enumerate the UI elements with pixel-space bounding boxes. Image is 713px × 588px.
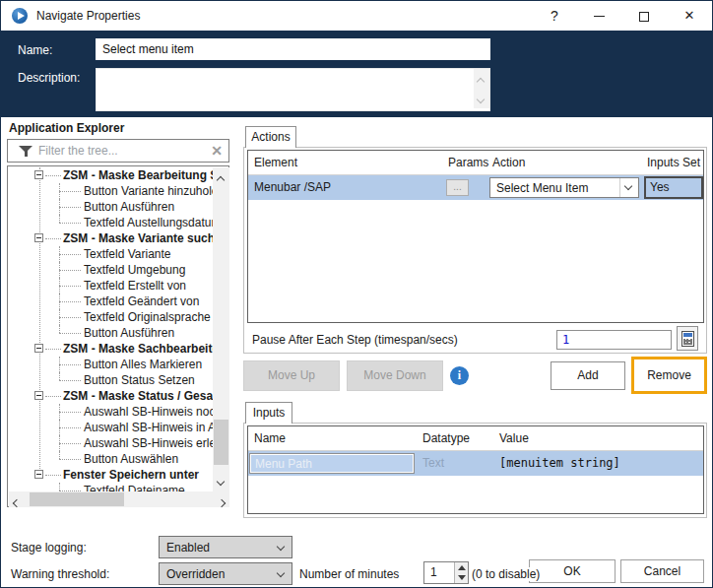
tree-item-label: Fenster Speichern unter	[63, 467, 199, 483]
inputs-set-cell[interactable]: Yes	[644, 176, 703, 199]
warning-threshold-value: Overridden	[166, 567, 225, 581]
add-button[interactable]: Add	[551, 361, 625, 390]
collapse-icon[interactable]	[34, 344, 43, 353]
input-name-cell[interactable]: Menu Path	[249, 453, 415, 474]
tree-item[interactable]: Textfeld Austellungsdatum	[9, 215, 213, 230]
tree-connector	[59, 483, 60, 490]
remove-button[interactable]: Remove	[634, 359, 704, 391]
application-explorer-title: Application Explorer	[9, 121, 124, 135]
tree-item[interactable]: Textfeld Variante	[9, 246, 213, 262]
params-button[interactable]: ...	[446, 179, 469, 196]
tree-group[interactable]: Fenster Speichern unter	[9, 467, 213, 483]
tree-item-label: Auswahl SB-Hinweis noch o	[84, 404, 213, 420]
tree-group[interactable]: ZSM - Maske Status / Gesamts	[9, 388, 213, 404]
maximize-button[interactable]	[627, 1, 661, 31]
tree-item[interactable]: Auswahl SB-Hinweis noch o	[9, 404, 213, 420]
minutes-spinner[interactable]: 1	[423, 561, 469, 584]
titlebar[interactable]: Navigate Properties ? ✕	[1, 1, 712, 31]
warning-threshold-label: Warning threshold:	[11, 567, 109, 581]
info-icon[interactable]: i	[450, 366, 469, 385]
tree-item-label: Textfeld Geändert von	[84, 294, 199, 309]
collapse-icon[interactable]	[34, 391, 43, 400]
properties-header: Name: Description:	[1, 31, 713, 117]
tree-item[interactable]: Auswahl SB-Hinweis in Arb	[9, 420, 213, 435]
tree-item[interactable]: Button Ausführen	[9, 199, 213, 215]
tree-item-label: Textfeld Originalsprache	[84, 309, 211, 325]
pause-input[interactable]	[556, 330, 672, 350]
name-input[interactable]	[96, 38, 490, 60]
description-scrollbar[interactable]	[474, 69, 489, 108]
tree-item[interactable]: Textfeld Geändert von	[9, 294, 213, 309]
tree-group[interactable]: ZSM - Maske Variante suchen	[9, 230, 213, 246]
app-icon	[12, 8, 28, 24]
tree-item[interactable]: Button Auswählen	[9, 451, 213, 467]
collapse-icon[interactable]	[34, 170, 43, 179]
tree-item[interactable]: Textfeld Originalsprache	[9, 309, 213, 325]
calculator-icon	[681, 331, 694, 347]
move-down-button[interactable]: Move Down	[347, 360, 443, 391]
action-dropdown[interactable]: Select Menu Item	[489, 177, 639, 198]
tree-item[interactable]: Button Variante hinzuholen	[9, 183, 213, 199]
scrollbar-thumb[interactable]	[214, 420, 228, 465]
tab-actions[interactable]: Actions	[245, 126, 296, 148]
tree-connector	[59, 254, 81, 255]
tree-group[interactable]: ZSM - Maske Bearbeitung Sach	[9, 167, 213, 183]
disable-hint-label: (0 to disable)	[472, 567, 543, 581]
tree-item[interactable]: Button Ausführen	[9, 325, 213, 341]
close-button[interactable]: ✕	[673, 1, 706, 31]
tree-item[interactable]: Auswahl SB-Hinweis erledig	[9, 435, 213, 451]
tree-item[interactable]: Button Status Setzen	[9, 372, 213, 388]
inputs-table-row[interactable]: Menu Path	[248, 451, 703, 476]
pause-expression-button[interactable]	[677, 326, 698, 351]
inputs-table-header: Name Datatype Value	[248, 426, 703, 451]
tree-item-label: Textfeld Dateiname	[84, 483, 185, 491]
tree-item-label: Auswahl SB-Hinweis erledig	[84, 435, 213, 451]
clear-filter-icon[interactable]: ✕	[211, 143, 223, 159]
warning-threshold-dropdown[interactable]: Overridden	[159, 562, 292, 585]
help-button[interactable]: ?	[538, 1, 571, 31]
tree-item[interactable]: Textfeld Dateiname	[9, 483, 213, 491]
tree-item[interactable]: Textfeld Umgebung	[9, 262, 213, 278]
spinner-buttons[interactable]	[454, 562, 468, 583]
tree-group[interactable]: ZSM - Maske Sachbearbeiterhi	[9, 341, 213, 357]
tree-item[interactable]: Button Alles Markieren	[9, 357, 213, 372]
tree-connector	[59, 380, 81, 381]
dropdown-button[interactable]	[619, 178, 638, 197]
tree-connector	[59, 364, 81, 365]
cancel-button[interactable]: Cancel	[620, 559, 704, 583]
dropdown-chevron-icon	[277, 569, 285, 577]
tree-connector	[59, 215, 60, 223]
tree-item-label: ZSM - Maske Variante suchen	[63, 230, 213, 246]
remove-button-highlight: Remove	[631, 357, 707, 394]
tree-items: ZSM - Maske Bearbeitung SachButton Varia…	[9, 167, 213, 491]
minimize-icon	[594, 16, 605, 17]
scroll-up-icon	[477, 78, 485, 86]
spinner-down-icon[interactable]	[458, 575, 466, 580]
inputs-set-value: Yes	[650, 180, 670, 194]
collapse-icon[interactable]	[34, 233, 43, 242]
tree-connector	[59, 427, 81, 428]
filter-input[interactable]	[38, 141, 206, 161]
tree-connector	[59, 301, 81, 302]
scrollbar-thumb[interactable]	[30, 492, 124, 506]
tree-item[interactable]: Textfeld Erstellt von	[9, 278, 213, 294]
scroll-right-icon	[218, 499, 226, 507]
input-value-cell[interactable]: [menuitem string]	[499, 456, 620, 470]
stage-logging-dropdown[interactable]: Enabled	[159, 536, 292, 558]
tree-vertical-scrollbar[interactable]	[213, 167, 229, 491]
tree-horizontal-scrollbar[interactable]	[9, 491, 229, 507]
column-header-params: Params	[448, 156, 488, 169]
tree-connector	[59, 333, 81, 334]
move-up-button[interactable]: Move Up	[243, 360, 340, 391]
tab-inputs[interactable]: Inputs	[245, 402, 292, 424]
collapse-icon[interactable]	[34, 470, 43, 479]
action-element-cell[interactable]: Menubar /SAP	[254, 180, 331, 194]
dropdown-chevron-icon	[624, 182, 632, 190]
spinner-up-icon[interactable]	[458, 565, 466, 570]
dropdown-chevron-icon	[277, 543, 285, 551]
tree-connector	[59, 325, 60, 333]
description-input[interactable]	[96, 68, 490, 111]
minimize-button[interactable]	[582, 1, 616, 31]
actions-table-row[interactable]: Menubar /SAP ... Select Menu Item Yes	[248, 175, 703, 200]
tree-connector	[59, 443, 81, 444]
